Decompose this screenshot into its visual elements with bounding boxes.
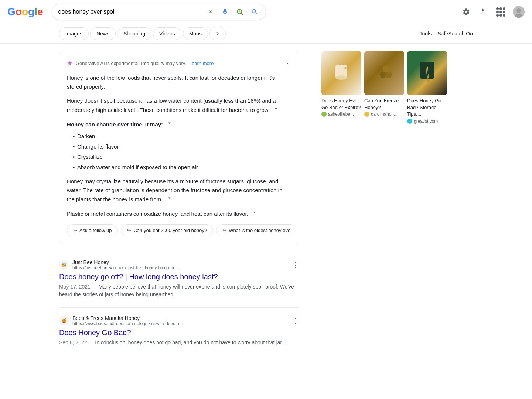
svg-point-8 <box>344 67 347 69</box>
source-dot-1 <box>321 112 327 117</box>
main-content: Generative AI is experimental. Info qual… <box>0 44 532 363</box>
search-bar[interactable] <box>52 4 266 20</box>
chip-2000-honey[interactable]: ↪ Can you eat 2000 year old honey? <box>121 224 213 236</box>
svg-marker-12 <box>385 72 392 78</box>
svg-point-7 <box>335 75 347 80</box>
image-card-3: Does Honey Go Bad? Storage Tips,... grea… <box>407 51 447 124</box>
image-thumb-2[interactable] <box>364 51 404 95</box>
clear-button[interactable] <box>206 7 215 17</box>
ai-para3-heading: Honey can change over time. It may: <box>67 120 291 129</box>
image-card-1: Does Honey Ever Go Bad or Expire? ashevi… <box>321 51 361 124</box>
expand-para4[interactable] <box>166 195 173 201</box>
chip-arrow-icon-3: ↪ <box>222 228 226 233</box>
result-item-2: 🍯 Bees & Trees Manuka Honey https://www.… <box>59 307 299 347</box>
chip-arrow-icon-2: ↪ <box>127 228 131 233</box>
ai-para5: Plastic or metal containers can oxidize … <box>67 209 291 218</box>
tools-button[interactable]: Tools <box>420 31 432 37</box>
ai-notice-more-icon[interactable]: ⋮ <box>284 59 291 68</box>
image-card-2: Can You Freeze Honey? carolinahon... <box>364 51 404 124</box>
list-item: Darken <box>73 132 291 141</box>
result-title-2[interactable]: Does Honey Go Bad? <box>59 328 299 337</box>
tab-images[interactable]: Images <box>59 27 89 40</box>
source-dot-3 <box>407 119 412 124</box>
lens-icon <box>236 8 243 16</box>
avatar[interactable] <box>513 6 525 18</box>
result-source-1: 🐝 Just Bee Honey https://justbeehoney.co… <box>59 259 299 270</box>
logo-g2: g <box>28 6 34 18</box>
source-name-2: Bees & Trees Manuka Honey <box>72 315 183 321</box>
snippet-text-1: — <box>92 284 99 290</box>
labs-icon <box>479 8 487 16</box>
favicon-1: 🐝 <box>59 260 69 270</box>
svg-point-3 <box>516 8 521 13</box>
apps-grid-icon <box>496 7 505 17</box>
apps-button[interactable] <box>495 6 507 18</box>
google-logo: G o o g l e <box>7 6 43 18</box>
search-results: 🐝 Just Bee Honey https://justbeehoney.co… <box>59 252 299 347</box>
expand-para3[interactable] <box>166 120 173 126</box>
right-column: Does Honey Ever Go Bad or Expire? ashevi… <box>321 51 447 355</box>
honey-jar-icon-1 <box>332 62 351 84</box>
logo-o2: o <box>22 6 28 18</box>
learn-more-link[interactable]: Learn more <box>189 61 214 66</box>
svg-point-14 <box>427 79 430 82</box>
chevron-down-icon <box>273 105 279 112</box>
search-submit-icon <box>251 8 258 16</box>
tab-videos[interactable]: Videos <box>153 27 181 40</box>
tab-more[interactable] <box>209 27 226 40</box>
result-snippet-1: May 17, 2021 — Many people believe that … <box>59 283 299 299</box>
result-snippet-2: Sep 8, 2022 — In conclusion, honey does … <box>59 339 299 347</box>
result-menu-2[interactable]: ⋮ <box>292 316 299 325</box>
logo-o1: o <box>16 6 22 18</box>
honey-changes-list: Darken Change its flavor Crystallize Abs… <box>67 132 291 172</box>
mic-button[interactable] <box>220 7 230 17</box>
search-tabs: Images News Shopping Videos Maps Tools S… <box>0 24 532 44</box>
honey-drip-icon <box>418 62 436 84</box>
chevron-down-icon-4 <box>251 209 258 216</box>
safesearch-label: SafeSearch On <box>437 31 473 37</box>
svg-line-1 <box>241 13 243 14</box>
expand-para5[interactable] <box>251 209 258 216</box>
favicon-2: 🍯 <box>59 316 69 325</box>
search-input[interactable] <box>58 8 206 15</box>
search-submit-button[interactable] <box>249 7 260 17</box>
ai-sparkle-icon <box>67 60 73 66</box>
chevron-down-icon-2 <box>166 120 173 126</box>
lens-button[interactable] <box>235 7 245 17</box>
expand-para2[interactable] <box>273 105 279 112</box>
labs-button[interactable] <box>478 6 489 17</box>
mic-icon <box>221 8 229 16</box>
result-menu-1[interactable]: ⋮ <box>292 260 299 269</box>
svg-marker-10 <box>382 66 390 72</box>
source-info-1: Just Bee Honey https://justbeehoney.co.u… <box>72 259 179 270</box>
tab-shopping[interactable]: Shopping <box>117 27 151 40</box>
result-item-1: 🐝 Just Bee Honey https://justbeehoney.co… <box>59 252 299 299</box>
settings-button[interactable] <box>461 6 472 17</box>
tab-maps[interactable]: Maps <box>183 27 208 40</box>
followup-chips: ↪ Ask a follow up ↪ Can you eat 2000 yea… <box>67 224 291 236</box>
chip-oldest-honey[interactable]: ↪ What is the oldest honey ever eaten? <box>216 224 291 236</box>
clear-icon <box>207 8 214 15</box>
image-card-source-3: greatist.com <box>407 119 447 124</box>
header: G o o g l e <box>0 0 532 24</box>
image-card-source-2: carolinahon... <box>364 112 404 117</box>
image-card-source-1: ashevillebe... <box>321 112 361 117</box>
tabs-right: Tools SafeSearch On <box>420 31 473 37</box>
search-bar-icons <box>206 7 260 17</box>
ai-notice: Generative AI is experimental. Info qual… <box>67 59 291 68</box>
ai-notice-text: Generative AI is experimental. Info qual… <box>76 61 186 66</box>
chevron-down-icon-3 <box>166 195 173 201</box>
image-thumb-3[interactable] <box>407 51 447 95</box>
chip-ask-followup[interactable]: ↪ Ask a follow up <box>67 224 118 236</box>
leaf-icon: 🍯 <box>61 318 67 323</box>
logo-l: l <box>34 6 37 18</box>
tab-news[interactable]: News <box>90 27 116 40</box>
left-column: Generative AI is experimental. Info qual… <box>59 51 299 355</box>
snippet-text-2: — <box>88 340 95 345</box>
result-title-1[interactable]: Does honey go off? | How long does honey… <box>59 272 299 282</box>
image-thumb-1[interactable] <box>321 51 361 95</box>
chip-arrow-icon: ↪ <box>73 228 77 233</box>
list-item: Crystallize <box>73 153 291 161</box>
honeycomb-icon <box>373 64 395 82</box>
ai-overview: Generative AI is experimental. Info qual… <box>59 51 299 244</box>
